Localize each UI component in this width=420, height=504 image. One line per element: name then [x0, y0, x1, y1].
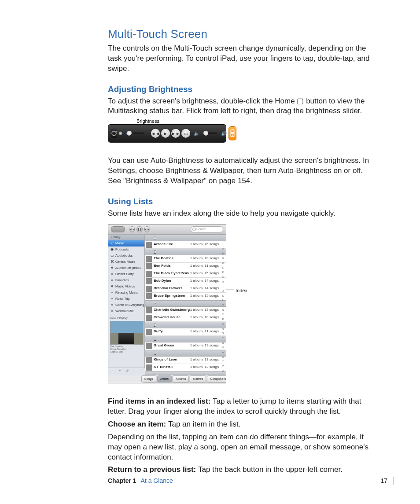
search-placeholder: Search	[196, 227, 206, 231]
lists-para-1: Some lists have an index along the side …	[108, 209, 376, 219]
index-letter[interactable]: Y	[221, 360, 225, 363]
sidebar-item[interactable]: ⌘Genius Mixes	[108, 259, 144, 265]
artist-row[interactable]: Bruce Springsteen1 album, 15 songs	[145, 293, 226, 300]
index-letter[interactable]: C	[221, 256, 225, 260]
artist-name: Crowded House	[154, 315, 181, 320]
genius-button[interactable]: ✦	[118, 369, 122, 374]
refresh-button[interactable]: ⟳	[126, 369, 129, 374]
find-items-para: Find items in an indexed list: Tap a let…	[108, 397, 376, 417]
album-art-icon	[146, 315, 152, 321]
index-letter[interactable]: V	[221, 346, 225, 349]
sidebar-item-icon: ❖	[110, 284, 114, 288]
sidebar-item[interactable]: ≡Road Trip	[108, 296, 144, 302]
alphabet-index[interactable]: ABCDEFGHIJKLMNOPQRSTUVWXYZ#	[221, 247, 225, 373]
index-letter[interactable]: O	[221, 313, 225, 316]
album-art-icon	[146, 278, 152, 284]
artist-row[interactable]: Kings of Leon1 album, 18 songs	[145, 357, 226, 364]
sidebar-item[interactable]: ♫Music	[108, 240, 144, 246]
index-letter[interactable]: #	[221, 369, 225, 373]
view-tab[interactable]: Songs	[141, 375, 156, 382]
index-letter[interactable]: I	[221, 284, 225, 288]
sidebar-item[interactable]: ≡Workout Mix	[108, 308, 144, 314]
artist-row[interactable]: KT Tunstall1 album, 12 songs	[145, 364, 226, 372]
index-letter[interactable]: T	[221, 336, 225, 340]
artist-row[interactable]: Crowded House1 album, 10 songs	[145, 314, 226, 322]
add-button[interactable]: +	[112, 369, 114, 374]
index-letter[interactable]: S	[221, 331, 225, 335]
choose-item-label: Choose an item:	[108, 420, 168, 428]
sidebar-footer: + ✦ ⟳	[108, 368, 145, 375]
sidebar-item-label: Workout Mix	[115, 309, 134, 313]
choose-item-text: Tap an item in the list.	[168, 420, 240, 428]
play-button[interactable]: ►	[161, 129, 170, 138]
artist-row[interactable]: The Black Eyed Peas1 album, 15 songs	[145, 270, 226, 278]
artist-meta: 1 album, 15 songs	[190, 271, 219, 276]
index-letter[interactable]: P	[221, 317, 225, 321]
index-letter[interactable]: E	[221, 266, 225, 269]
artist-row[interactable]: Brandon Flowers1 album, 14 songs	[145, 285, 226, 293]
artist-row[interactable]: Grant Green1 album, 19 songs	[145, 342, 226, 350]
sidebar-item-icon: ≡	[110, 309, 114, 313]
view-tab[interactable]: Artists	[157, 375, 172, 382]
sidebar-item[interactable]: ≡Relaxing Music	[108, 290, 144, 296]
airplay-button[interactable]: ▭	[181, 129, 190, 138]
volume-slider[interactable]	[204, 132, 217, 134]
sidebar-item[interactable]: ❖Music Videos	[108, 283, 144, 290]
artist-row[interactable]: Ben Folds1 album, 11 songs	[145, 263, 226, 270]
index-letter[interactable]: G	[221, 275, 225, 279]
index-letter[interactable]: M	[221, 303, 225, 307]
index-letter[interactable]: K	[221, 294, 225, 298]
artist-row[interactable]: Arcade Fire1 album, 16 songs	[145, 241, 226, 249]
sidebar-item[interactable]: ▭Audiobooks	[108, 253, 144, 259]
artist-row[interactable]: Duffy1 album, 11 songs	[145, 328, 226, 336]
toolbar-pause-button[interactable]: ❚❚	[136, 226, 143, 232]
sidebar-item[interactable]: ≡Some of Everything	[108, 302, 144, 308]
artist-name: Duffy	[154, 329, 162, 334]
view-tab[interactable]: Genres	[190, 375, 206, 382]
index-letter[interactable]: A	[221, 247, 225, 250]
index-letter[interactable]: L	[221, 298, 225, 302]
sidebar-item-icon: ≡	[110, 291, 114, 294]
sidebar-item[interactable]: ❖Auditorium (featu...	[108, 265, 144, 271]
index-letter[interactable]: H	[221, 280, 225, 283]
artist-meta: 1 album, 15 songs	[190, 294, 219, 298]
sidebar-item[interactable]: ◉Podcasts	[108, 246, 144, 253]
index-letter[interactable]: Q	[221, 322, 225, 326]
section-letter-header: B	[145, 249, 226, 255]
index-letter[interactable]: N	[221, 308, 225, 312]
index-letter[interactable]: F	[221, 270, 225, 274]
artist-name: Kings of Leon	[154, 357, 177, 362]
brightness-slider[interactable]	[126, 132, 144, 134]
index-letter[interactable]: R	[221, 327, 225, 331]
next-button[interactable]: ►►	[171, 129, 180, 138]
section-letter-header: A	[145, 235, 226, 241]
index-letter[interactable]: X	[221, 355, 225, 359]
volume-pill[interactable]	[111, 226, 125, 232]
toolbar-next-button[interactable]: ►►	[144, 226, 150, 232]
index-letter[interactable]: U	[221, 341, 225, 345]
artist-row[interactable]: Bob Dylan1 album, 14 songs	[145, 278, 226, 285]
prev-button[interactable]: ◄◄	[151, 129, 160, 138]
index-letter[interactable]: J	[221, 289, 225, 293]
search-input[interactable]: Search	[191, 226, 223, 232]
artist-row[interactable]: The Beatles1 album, 18 songs	[145, 255, 226, 263]
view-tab[interactable]: Composers	[207, 375, 226, 382]
toolbar-prev-button[interactable]: ◄◄	[129, 226, 135, 232]
bottom-tabs: SongsArtistsAlbumsGenresComposers	[144, 375, 226, 383]
music-app-icon[interactable]	[228, 126, 236, 140]
index-letter[interactable]: D	[221, 261, 225, 265]
artist-row[interactable]: Charlotte Gainsbourg1 album, 13 songs	[145, 307, 226, 314]
artist-list: AArcade Fire1 album, 16 songsBThe Beatle…	[145, 235, 226, 375]
view-tab[interactable]: Albums	[173, 375, 189, 382]
index-letter[interactable]: B	[221, 252, 225, 255]
sidebar-item-icon: ≡	[110, 278, 114, 282]
now-playing-cover[interactable]	[110, 321, 144, 345]
section-letter-header: K	[145, 350, 226, 357]
sidebar-item[interactable]: ≡Favorites	[108, 277, 144, 283]
index-letter[interactable]: Z	[221, 364, 225, 368]
artist-name: The Beatles	[154, 256, 173, 261]
sidebar-item[interactable]: ≡Dinner Party	[108, 271, 144, 277]
album-art-icon	[146, 364, 152, 371]
index-letter[interactable]: W	[221, 350, 225, 354]
rotation-lock-button[interactable]	[111, 129, 117, 138]
